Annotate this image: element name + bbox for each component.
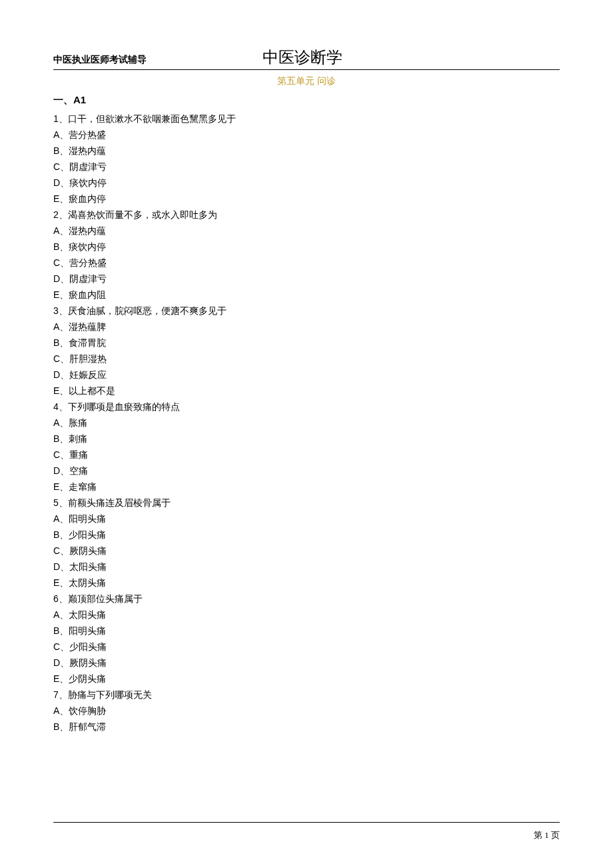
question-text: 、下列哪项是血瘀致痛的特点 [59,401,180,412]
page-number: 第 1 页 [53,829,560,841]
option-letter: E [53,481,59,492]
option-letter: B [53,145,59,156]
option-line: B、食滞胃脘 [53,335,560,351]
question-stem: 3、厌食油腻，脘闷呕恶，便溏不爽多见于 [53,303,560,319]
option-letter: E [53,673,59,684]
option-text: 、肝胆湿热 [60,353,107,364]
option-text: 、湿热内蕴 [59,145,106,156]
header-title: 中医诊断学 [263,47,342,68]
question-stem: 2、渴喜热饮而量不多，或水入即吐多为 [53,207,560,223]
option-line: C、少阳头痛 [53,639,560,655]
option-line: A、阳明头痛 [53,511,560,527]
question-number: 2 [53,209,59,220]
option-line: A、饮停胸胁 [53,703,560,719]
option-letter: B [53,721,59,732]
option-line: E、瘀血内阻 [53,287,560,303]
unit-title: 第五单元 问诊 [53,75,560,87]
page-footer: 第 1 页 [53,822,560,841]
option-text: 、肝郁气滞 [59,721,106,732]
option-line: C、阴虚津亏 [53,159,560,175]
option-letter: E [53,289,59,300]
question-number: 6 [53,593,59,604]
option-letter: A [53,705,59,716]
question-stem: 4、下列哪项是血瘀致痛的特点 [53,399,560,415]
option-letter: A [53,609,59,620]
option-letter: D [53,369,60,380]
question-stem: 5、前额头痛连及眉棱骨属于 [53,495,560,511]
option-line: B、湿热内蕴 [53,143,560,159]
question-text: 、前额头痛连及眉棱骨属于 [59,497,171,508]
option-letter: C [53,641,60,652]
question-number: 4 [53,401,59,412]
option-text: 、阳明头痛 [59,513,106,524]
option-line: E、瘀血内停 [53,191,560,207]
option-text: 、营分热盛 [59,129,106,140]
option-text: 、食滞胃脘 [59,337,106,348]
option-letter: A [53,513,59,524]
option-text: 、饮停胸胁 [59,705,106,716]
option-line: E、以上都不是 [53,383,560,399]
option-text: 、走窜痛 [59,481,97,492]
option-line: C、厥阴头痛 [53,543,560,559]
option-letter: D [53,177,60,188]
question-number: 1 [53,113,59,124]
option-letter: A [53,321,59,332]
option-line: C、重痛 [53,447,560,463]
option-line: A、湿热内蕴 [53,223,560,239]
option-text: 、重痛 [60,449,88,460]
question-stem: 6、巅顶部位头痛属于 [53,591,560,607]
option-letter: B [53,433,59,444]
option-text: 、瘀血内阻 [59,289,106,300]
option-text: 、刺痛 [59,433,87,444]
option-text: 、以上都不是 [59,385,115,396]
option-line: B、少阳头痛 [53,527,560,543]
option-letter: A [53,225,59,236]
option-letter: C [53,257,60,268]
option-line: B、阳明头痛 [53,623,560,639]
option-line: C、营分热盛 [53,255,560,271]
question-stem: 7、胁痛与下列哪项无关 [53,687,560,703]
header-subtitle: 中医执业医师考试辅导 [53,54,147,66]
option-text: 、厥阴头痛 [60,657,107,668]
option-line: E、走窜痛 [53,479,560,495]
option-line: D、厥阴头痛 [53,655,560,671]
option-text: 、空痛 [60,465,88,476]
option-letter: C [53,449,60,460]
option-letter: B [53,337,59,348]
option-line: E、太阴头痛 [53,575,560,591]
question-number: 5 [53,497,59,508]
option-text: 、痰饮内停 [60,177,107,188]
question-list: 1、口干，但欲漱水不欲咽兼面色黧黑多见于A、营分热盛B、湿热内蕴C、阴虚津亏D、… [53,111,560,735]
option-letter: B [53,625,59,636]
option-text: 、少阴头痛 [59,673,106,684]
option-text: 、太阳头痛 [60,561,107,572]
option-letter: E [53,577,59,588]
option-text: 、瘀血内停 [59,193,106,204]
option-letter: E [53,385,59,396]
question-text: 、厌食油腻，脘闷呕恶，便溏不爽多见于 [59,305,227,316]
option-text: 、太阴头痛 [59,577,106,588]
option-letter: B [53,529,59,540]
option-text: 、痰饮内停 [59,241,106,252]
option-line: A、湿热蕴脾 [53,319,560,335]
option-text: 、营分热盛 [60,257,107,268]
question-text: 、渴喜热饮而量不多，或水入即吐多为 [59,209,217,220]
question-text: 、巅顶部位头痛属于 [59,593,143,604]
option-text: 、少阳头痛 [59,529,106,540]
option-line: B、刺痛 [53,431,560,447]
option-text: 、胀痛 [59,417,87,428]
option-line: A、营分热盛 [53,127,560,143]
option-text: 、阴虚津亏 [60,161,107,172]
option-letter: D [53,273,60,284]
option-line: A、胀痛 [53,415,560,431]
option-line: D、痰饮内停 [53,175,560,191]
page-header: 中医执业医师考试辅导 中医诊断学 [53,47,560,68]
option-letter: A [53,417,59,428]
option-line: E、少阴头痛 [53,671,560,687]
section-label: 一、A1 [53,94,560,107]
option-line: D、空痛 [53,463,560,479]
option-text: 、阴虚津亏 [60,273,107,284]
option-letter: C [53,353,60,364]
option-letter: E [53,193,59,204]
option-line: B、肝郁气滞 [53,719,560,735]
